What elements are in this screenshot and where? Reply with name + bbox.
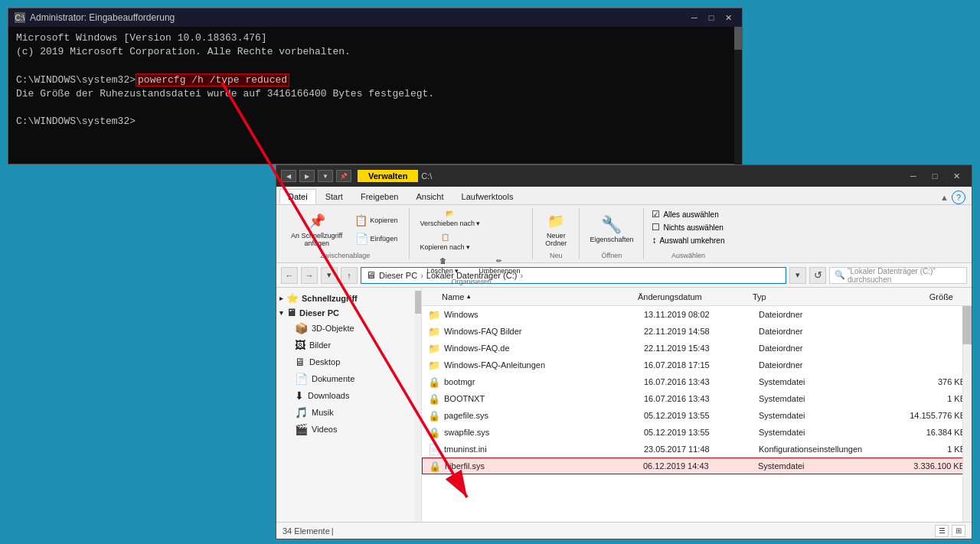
sidebar-item-3d[interactable]: 📦 3D-Objekte	[276, 320, 421, 337]
sidebar-item-musik[interactable]: 🎵 Musik	[276, 404, 421, 421]
sidebar-item-videos[interactable]: 🎬 Videos	[276, 421, 421, 438]
sidebar-item-bilder[interactable]: 🖼 Bilder	[276, 337, 421, 353]
explorer-body: ▸ ⭐ Schnellzugriff ▾ 🖥 Dieser PC 📦 3D-Ob…	[276, 288, 972, 522]
explorer-minimize-button[interactable]: ─	[903, 168, 924, 184]
tab-ansicht[interactable]: Ansicht	[407, 189, 452, 204]
table-row[interactable]: 📁 Windows-FAQ-Anleitungen 16.07.2018 17:…	[422, 357, 972, 373]
filelist-scrollbar-v[interactable]	[962, 306, 972, 522]
explorer-statusbar: 34 Elemente | ☰ ⊞	[276, 522, 972, 539]
ribbon-btn-invert[interactable]: ↕ Auswahl umkehren	[650, 234, 726, 246]
table-row[interactable]: 🔒 bootmgr 16.07.2016 13:43 Systemdatei 3…	[422, 373, 972, 390]
addr-this-pc: Dieser PC	[379, 271, 417, 280]
ribbon-btn-rename[interactable]: ✏ Umbenennen	[472, 256, 526, 276]
file-name: tmuninst.ini	[444, 445, 644, 454]
explorer-maximize-button[interactable]: □	[924, 168, 946, 184]
ribbon-group-clipboard-label: Zwischenablage	[320, 252, 370, 259]
cmd-maximize-button[interactable]: □	[704, 11, 719, 24]
table-row-selected[interactable]: 🔒 hiberfil.sys 06.12.2019 14:43 Systemda…	[422, 458, 972, 474]
ribbon-btn-pin[interactable]: 📌 An Schnellzugriffanfügen	[287, 209, 346, 250]
system-file-icon: 🔒	[428, 376, 440, 388]
search-bar[interactable]: 🔍 "Lokaler Datenträger (C:)" durchsuchen	[829, 267, 967, 284]
statusbar-view-controls: ☰ ⊞	[935, 525, 965, 537]
col-header-type[interactable]: Typ	[750, 292, 872, 301]
table-row[interactable]: 📁 Windows-FAQ Bilder 22.11.2019 14:58 Da…	[422, 323, 972, 340]
cmd-window: C:\ Administrator: Eingabeaufforderung ─…	[8, 8, 743, 165]
table-row[interactable]: 🔒 pagefile.sys 05.12.2019 13:55 Systemda…	[422, 407, 972, 424]
tab-start[interactable]: Start	[317, 189, 351, 204]
explorer-tb-btn3[interactable]: ▼	[318, 170, 333, 182]
sidebar-item-dokumente[interactable]: 📄 Dokumente	[276, 370, 421, 387]
up-button[interactable]: ↑	[341, 267, 358, 284]
explorer-back-btn[interactable]: ◀	[281, 170, 296, 182]
musik-label: Musik	[312, 408, 334, 417]
sidebar-scroll: ▸ ⭐ Schnellzugriff ▾ 🖥 Dieser PC 📦 3D-Ob…	[276, 291, 421, 522]
ribbon-group-select-items: ☑ Alles auswählen ☐ Nichts auswählen ↕ A…	[650, 208, 726, 250]
ribbon-btn-copy-to[interactable]: 📋 Kopieren nach ▾	[416, 232, 474, 252]
cmd-minimize-button[interactable]: ─	[687, 11, 702, 24]
tab-datei[interactable]: Datei	[279, 189, 316, 204]
table-row[interactable]: 📁 Windows-FAQ.de 22.11.2019 15:43 Dateio…	[422, 340, 972, 357]
ribbon-btn-properties[interactable]: 🔧 Eigenschaften	[586, 213, 637, 246]
view-grid-button[interactable]: ⊞	[952, 525, 965, 537]
file-type: Dateiordner	[759, 344, 881, 353]
col-header-date[interactable]: Änderungsdatum	[635, 292, 750, 301]
refresh-button[interactable]: ↺	[809, 267, 826, 284]
ribbon-btn-delete[interactable]: 🗑 Löschen ▾	[416, 256, 469, 276]
status-cursor: |	[332, 526, 334, 536]
table-row[interactable]: 📁 Windows 13.11.2019 08:02 Dateiordner	[422, 306, 972, 323]
table-row[interactable]: 🔒 swapfile.sys 05.12.2019 13:55 Systemda…	[422, 424, 972, 441]
ribbon-btn-copy[interactable]: 📋 Kopieren	[349, 212, 403, 229]
explorer-sidebar: ▸ ⭐ Schnellzugriff ▾ 🖥 Dieser PC 📦 3D-Ob…	[276, 288, 422, 522]
file-date: 22.11.2019 14:58	[644, 327, 759, 336]
music-icon: 🎵	[295, 406, 308, 419]
filelist-rows: 📁 Windows 13.11.2019 08:02 Dateiordner 📁…	[422, 306, 972, 522]
sidebar-item-desktop[interactable]: 🖥 Desktop	[276, 353, 421, 370]
file-size: 1 KB	[881, 394, 965, 403]
tab-laufwerktools[interactable]: Laufwerktools	[453, 189, 522, 204]
file-type: Dateiordner	[759, 360, 881, 370]
ribbon-btn-select-all[interactable]: ☑ Alles auswählen	[650, 208, 720, 220]
sidebar-item-schnellzugriff[interactable]: ▸ ⭐ Schnellzugriff	[276, 291, 421, 305]
ribbon-btn-paste[interactable]: 📄 Einfügen	[349, 230, 403, 247]
ribbon-help-btn[interactable]: ?	[952, 191, 965, 204]
file-size: 3.336.100 KB	[880, 461, 965, 471]
cmd-scrollbar[interactable]	[734, 27, 742, 165]
ribbon-btn-move[interactable]: 📂 Verschieben nach ▾	[416, 208, 484, 229]
explorer-title-path: C:\	[421, 171, 903, 181]
config-file-icon: 📄	[428, 444, 440, 455]
ribbon-expand-btn[interactable]: ▲	[940, 193, 949, 202]
explorer-close-button[interactable]: ✕	[946, 168, 967, 184]
ribbon-btn-select-none[interactable]: ☐ Nichts auswählen	[650, 221, 724, 233]
tab-freigeben[interactable]: Freigeben	[352, 189, 407, 204]
ribbon-group-open: 🔧 Eigenschaften Öffnen	[580, 208, 644, 259]
file-size: 376 KB	[881, 377, 965, 386]
table-row[interactable]: 🔒 BOOTNXT 16.07.2016 13:43 Systemdatei 1…	[422, 390, 972, 407]
file-size: 16.384 KB	[881, 428, 965, 437]
explorer-pin-btn[interactable]: 📌	[336, 170, 351, 182]
table-row[interactable]: 📄 tmuninst.ini 23.05.2017 11:48 Konfigur…	[422, 441, 972, 458]
view-details-button[interactable]: ☰	[935, 525, 949, 537]
col-header-name[interactable]: Name ▲	[439, 292, 635, 301]
file-date: 22.11.2019 15:43	[644, 344, 759, 353]
dropdown-path-button[interactable]: ▾	[789, 267, 806, 284]
recent-button[interactable]: ▾	[321, 267, 338, 284]
cmd-output: Die Größe der Ruhezustandsdatei wurde au…	[16, 87, 734, 101]
file-name: swapfile.sys	[444, 428, 644, 437]
file-size: 14.155.776 KB	[881, 411, 965, 420]
search-placeholder: "Lokaler Datenträger (C:)" durchsuchen	[848, 267, 962, 284]
copy-to-icon: 📋	[441, 233, 449, 241]
file-name: BOOTNXT	[444, 394, 644, 403]
cmd-close-button[interactable]: ✕	[720, 11, 736, 24]
document-icon: 📄	[295, 373, 308, 385]
sidebar-item-downloads[interactable]: ⬇ Downloads	[276, 387, 421, 404]
forward-button[interactable]: →	[301, 267, 318, 284]
folder-icon: 📁	[428, 309, 440, 321]
scrollbar-thumb	[962, 306, 972, 344]
back-button[interactable]: ←	[281, 267, 298, 284]
file-name: Windows	[444, 310, 644, 319]
sidebar-item-dieser-pc[interactable]: ▾ 🖥 Dieser PC	[276, 305, 421, 320]
col-header-size[interactable]: Größe	[872, 292, 956, 301]
sidebar-scrollbar[interactable]	[415, 291, 421, 522]
ribbon-btn-new-folder[interactable]: 📁 NeuerOrdner	[539, 209, 573, 250]
explorer-tb-btn2[interactable]: ▶	[299, 170, 315, 182]
